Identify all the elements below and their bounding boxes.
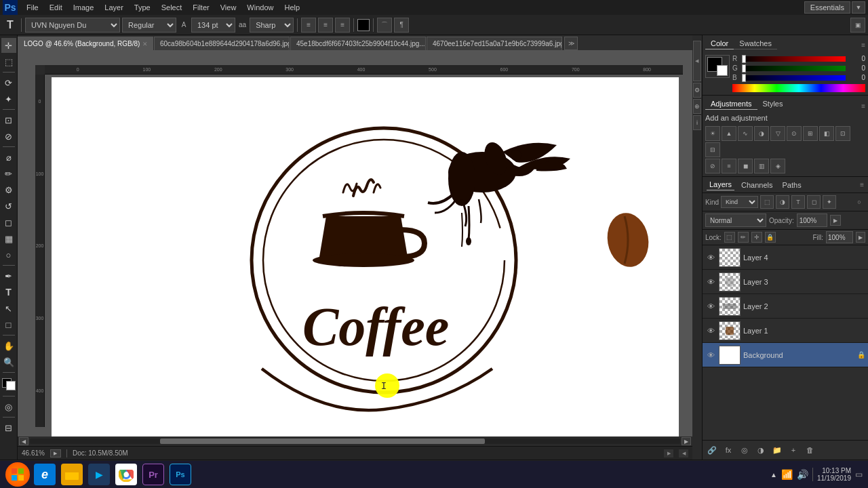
warp-text-button[interactable]: ⌒ [377, 18, 392, 33]
crop-tool[interactable]: ⊡ [1, 113, 16, 127]
adj-panel-menu[interactable]: ≡ [861, 102, 865, 110]
adj-gradient-map[interactable]: ▥ [754, 159, 769, 174]
adj-photo-filter[interactable]: ⊡ [835, 126, 850, 141]
adj-bw[interactable]: ◧ [819, 126, 834, 141]
tab-image3[interactable]: 4670ee116e7ed15a0a71e9b6c73999a6.jpg ✕ [427, 37, 562, 50]
network-icon[interactable]: 📶 [781, 469, 793, 480]
tab-adjustments[interactable]: Adjustments [705, 98, 757, 110]
spot-healing-tool[interactable]: ⌀ [1, 150, 16, 165]
foreground-background-colors[interactable] [1, 377, 17, 392]
path-selection-tool[interactable]: ↖ [1, 301, 16, 316]
h-scroll-track[interactable] [30, 439, 680, 444]
magic-wand-tool[interactable]: ✦ [1, 92, 16, 106]
canvas[interactable]: Coffee [52, 77, 679, 436]
start-button[interactable] [5, 462, 30, 487]
brush-tool[interactable]: ✏ [1, 166, 16, 181]
layer-filter-smart[interactable]: ✦ [823, 195, 836, 209]
adj-hsl[interactable]: ⊙ [787, 126, 802, 141]
font-family-select[interactable]: UVN Nguyen Du [25, 18, 120, 33]
move-tool[interactable]: ✛ [1, 38, 16, 53]
tab-paths[interactable]: Paths [780, 180, 804, 190]
adj-channel-mixer[interactable]: ⊟ [705, 142, 720, 157]
dodge-tool[interactable]: ○ [1, 247, 16, 262]
color-spectrum-bar[interactable] [732, 84, 865, 92]
layer-filter-toggle[interactable]: ○ [853, 196, 865, 208]
timeline-toggle[interactable]: ▶ [664, 449, 673, 458]
layer-filter-type[interactable]: T [791, 195, 805, 209]
zoom-info-button[interactable]: ▶ [50, 449, 61, 458]
b-slider[interactable] [742, 75, 846, 81]
add-mask-button[interactable]: ◎ [738, 443, 751, 457]
fill-input[interactable] [826, 231, 853, 243]
g-slider[interactable] [742, 66, 846, 71]
scroll-right-button[interactable]: ▶ [682, 437, 691, 445]
fill-arrow[interactable]: ▶ [856, 232, 865, 243]
zoom-tool[interactable]: 🔍 [1, 354, 16, 369]
tab-swatches[interactable]: Swatches [734, 38, 777, 49]
align-right-button[interactable]: ≡ [335, 18, 350, 33]
menu-image[interactable]: Image [68, 2, 99, 13]
tab-logo[interactable]: LOGO @ 46.6% (Background, RGB/8) ✕ [18, 37, 153, 50]
canvas-wrapper[interactable]: 0100200300400 0100200300400500600700800 [18, 50, 692, 436]
opacity-input[interactable] [797, 214, 827, 227]
h-scrollbar[interactable]: ◀ ▶ [18, 436, 692, 446]
menu-help[interactable]: Help [279, 2, 304, 13]
layer-item-3[interactable]: 👁 Layer 3 [703, 270, 868, 294]
font-size-select[interactable]: 134 pt [191, 18, 235, 33]
layer-filter-shape[interactable]: ◻ [807, 195, 821, 209]
layer-item-4[interactable]: 👁 Layer 4 [703, 245, 868, 270]
show-hidden-icons[interactable]: ▲ [770, 471, 777, 479]
volume-icon[interactable]: 🔊 [797, 469, 808, 480]
adj-exposure[interactable]: ◑ [754, 126, 769, 141]
layers-panel-menu[interactable]: ≡ [860, 181, 864, 188]
quick-mask-tool[interactable]: ◎ [1, 399, 16, 414]
font-style-select[interactable]: Regular [122, 18, 176, 33]
lock-all-button[interactable]: 🔒 [765, 232, 776, 243]
eraser-tool[interactable]: ◻ [1, 215, 16, 230]
layer-4-visibility[interactable]: 👁 [705, 252, 716, 263]
panel-options-button[interactable]: ⚙ [693, 83, 701, 98]
new-layer-button[interactable]: + [787, 443, 800, 457]
taskbar-premiere[interactable]: Pr [142, 464, 164, 485]
opacity-arrow[interactable]: ▶ [830, 215, 841, 226]
adj-colorbalance[interactable]: ⊞ [803, 126, 818, 141]
type-tool-icon[interactable]: T [3, 18, 18, 33]
align-left-button[interactable]: ≡ [301, 18, 316, 33]
eyedropper-tool[interactable]: ⊘ [1, 129, 16, 144]
bg-color-swatch[interactable] [717, 65, 728, 76]
system-clock[interactable]: 10:13 PM 11/19/2019 [817, 467, 851, 482]
background-visibility[interactable]: 👁 [705, 350, 716, 361]
layer-item-1[interactable]: 👁 Layer 1 [703, 319, 868, 343]
pen-tool[interactable]: ✒ [1, 268, 16, 283]
antialiasing-select[interactable]: Sharp [250, 18, 294, 33]
scroll-left-button[interactable]: ◀ [19, 437, 28, 445]
taskbar-photoshop[interactable]: Ps [170, 464, 191, 485]
tab-image1[interactable]: 60ca98b604b1e889644d2904178a6d96.jpg ✕ [154, 37, 290, 50]
adj-brightness[interactable]: ☀ [705, 126, 720, 141]
menu-window[interactable]: Window [242, 2, 278, 13]
character-panel-button[interactable]: ¶ [394, 18, 409, 33]
h-scroll-thumb[interactable] [160, 439, 486, 444]
align-center-button[interactable]: ≡ [318, 18, 333, 33]
link-layers-button[interactable]: 🔗 [705, 443, 719, 457]
taskbar-media[interactable]: ▶ [88, 464, 110, 485]
lock-transparent-button[interactable]: ⬚ [724, 232, 735, 243]
layer-item-2[interactable]: 👁 Layer 2 [703, 294, 868, 319]
menu-type[interactable]: Type [130, 2, 155, 13]
menu-filter[interactable]: Filter [188, 2, 214, 13]
type-tool[interactable]: T [1, 285, 16, 300]
tab-color[interactable]: Color [705, 38, 734, 49]
layer-2-visibility[interactable]: 👁 [705, 301, 716, 312]
r-slider[interactable] [742, 56, 846, 62]
tab-close-logo[interactable]: ✕ [142, 41, 148, 47]
layer-item-background[interactable]: 👁 Background 🔒 [703, 343, 868, 367]
tab-layers[interactable]: Layers [707, 179, 734, 190]
menu-file[interactable]: File [22, 2, 43, 13]
lock-image-button[interactable]: ✏ [738, 232, 749, 243]
clone-stamp-tool[interactable]: ⚙ [1, 182, 16, 197]
color-panel-menu[interactable]: ≡ [861, 41, 865, 49]
show-desktop-button[interactable]: ▭ [855, 470, 863, 479]
hand-tool[interactable]: ✋ [1, 338, 16, 353]
tab-arrange-button[interactable]: ≫ [564, 37, 578, 50]
delete-layer-button[interactable]: 🗑 [803, 443, 816, 457]
